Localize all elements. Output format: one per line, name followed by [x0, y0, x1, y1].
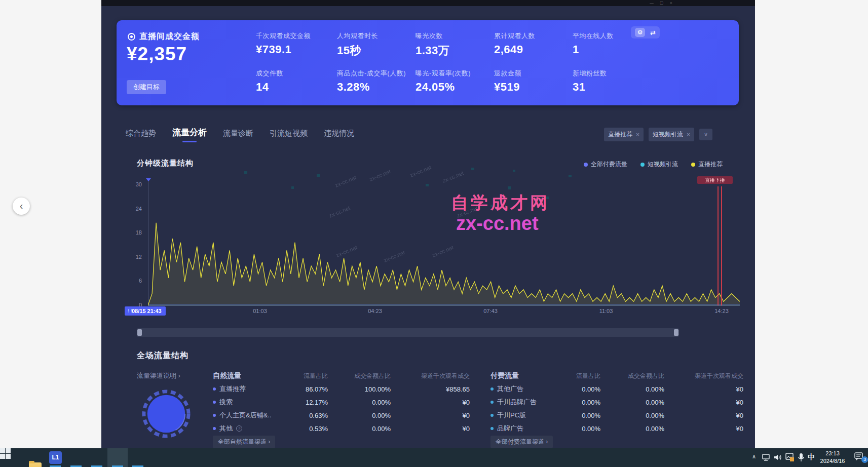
channel-help-link[interactable]: 流量渠道说明 › — [137, 371, 180, 380]
metric-cell: 千次观看成交金额 ¥739.1 — [256, 31, 336, 56]
table-row[interactable]: 千川品牌广告 0.00% 0.00% ¥0 — [490, 397, 743, 407]
close-icon[interactable]: × — [687, 131, 690, 138]
volume-icon[interactable] — [774, 453, 783, 461]
chart-range-scrollbar[interactable] — [137, 328, 679, 337]
swap-icon[interactable]: ⇄ — [650, 29, 656, 36]
watermark-text: zx-cc.net — [368, 168, 391, 182]
window-title-strip: — ▢ × — [101, 0, 755, 6]
minimize-icon[interactable]: — — [650, 1, 654, 6]
artifact-speck — [471, 168, 474, 170]
tab-traffic-diagnosis[interactable]: 流量诊断 — [223, 129, 253, 141]
file-explorer-icon[interactable] — [29, 462, 42, 467]
scrollbar-left-handle[interactable] — [137, 329, 142, 336]
legend-dot — [691, 163, 695, 167]
tab-short-video[interactable]: 引流短视频 — [270, 129, 308, 141]
chevron-up-icon[interactable]: ∧ — [752, 453, 756, 460]
watermark-site: zx-cc.net — [456, 213, 539, 235]
legend-dot — [584, 163, 588, 167]
active-app-highlight — [107, 448, 128, 467]
artifact-speck — [291, 186, 294, 189]
gmv-main-value: ¥2,357 — [127, 44, 187, 65]
x-tick: 01:03 — [253, 308, 267, 314]
tab-violations[interactable]: 违规情况 — [324, 129, 354, 141]
table-row[interactable]: 搜索 12.17% 0.00% ¥0 — [213, 397, 470, 407]
metric-cell: 新增粉丝数 31 — [573, 69, 653, 94]
scrollbar-right-handle[interactable] — [674, 329, 678, 336]
tray-clock[interactable]: 23:13 2024/8/16 — [817, 450, 848, 465]
target-icon — [128, 33, 135, 41]
x-tick: 07:43 — [483, 308, 498, 314]
metric-cell: 曝光次数 1.33万 — [416, 31, 496, 58]
active-tab-underline — [182, 141, 197, 142]
natural-table-header: 自然流量 流量占比 成交金额占比 渠道千次观看成交 — [213, 371, 470, 381]
metric-cell: 成交件数 14 — [256, 69, 336, 94]
stream-end-annotation: 直播下播 — [697, 176, 733, 184]
close-icon[interactable]: × — [636, 131, 639, 138]
maximize-icon[interactable]: ▢ — [660, 1, 664, 6]
series-dot — [490, 401, 494, 404]
legend-item-short-video[interactable]: 短视频引流 — [640, 160, 678, 169]
create-goal-button[interactable]: 创建目标 — [127, 80, 166, 94]
artifact-speck — [317, 174, 320, 177]
chart-legend: 全部付费流量 短视频引流 直播推荐 — [584, 160, 723, 169]
all-natural-channels-link[interactable]: 全部自然流量渠道 › — [213, 436, 275, 448]
metric-cell: 累计观看人数 2,649 — [494, 31, 574, 56]
kpi-summary-panel: 直播间成交金额 ¥2,357 创建目标 千次观看成交金额 ¥739.1 人均观看… — [117, 20, 739, 105]
traffic-donut-chart[interactable] — [141, 389, 191, 439]
paid-table-header: 付费流量 流量占比 成交金额占比 渠道千次观看成交 — [490, 371, 743, 381]
legend-item-live-recommend[interactable]: 直播推荐 — [691, 160, 723, 169]
watermark-brand: 自学成才网 — [451, 191, 550, 215]
artifact-speck — [244, 171, 247, 174]
annotation-marker-line — [721, 186, 722, 305]
series-dot — [490, 427, 494, 430]
all-paid-channels-link[interactable]: 全部付费流量渠道 › — [490, 436, 553, 448]
panel-tools: ⚙ ⇄ — [631, 26, 660, 38]
table-row[interactable]: 直播推荐 86.07% 100.00% ¥858.65 — [213, 384, 470, 394]
x-axis-start-label[interactable]: ⋮⋮ 08/15 21:43 — [125, 306, 166, 316]
watermark-text: zx-cc.net — [409, 164, 432, 178]
artifact-speck — [513, 170, 515, 172]
x-tick: 04:23 — [368, 308, 382, 314]
filter-tag-bar: 直播推荐 × 短视频引流 × ∨ — [604, 128, 712, 141]
help-icon[interactable]: ? — [236, 425, 242, 432]
table-row[interactable]: 品牌广告 0.00% 0.00% ¥0 — [490, 423, 743, 434]
metric-cell: 商品点击-成交率(人数) 3.28% — [337, 69, 417, 94]
filter-tag-live-recommend[interactable]: 直播推荐 × — [604, 128, 644, 141]
kpi-panel-title: 直播间成交金额 — [139, 31, 200, 42]
table-row[interactable]: 个人主页&店铺&.. 0.63% 0.00% ¥0 — [213, 410, 470, 420]
watermark-text: zx-cc.net — [441, 170, 464, 184]
chevron-down-icon: ∨ — [704, 131, 708, 137]
chevron-left-icon: ‹ — [20, 200, 23, 211]
legend-item-paid[interactable]: 全部付费流量 — [584, 160, 627, 169]
start-button[interactable] — [0, 448, 11, 459]
photos-tray-icon[interactable] — [785, 453, 795, 462]
traffic-line-series — [148, 185, 740, 306]
ime-indicator[interactable]: 中 — [808, 453, 815, 462]
tab-overall-trend[interactable]: 综合趋势 — [126, 129, 156, 141]
table-row[interactable]: 其他广告 0.00% 0.00% ¥0 — [490, 384, 743, 394]
series-dot — [490, 387, 494, 391]
filter-tag-short-video[interactable]: 短视频引流 × — [649, 128, 694, 141]
series-dot — [213, 401, 216, 404]
minute-traffic-chart[interactable] — [148, 185, 740, 306]
artifact-speck — [508, 186, 511, 189]
filter-dropdown-button[interactable]: ∨ — [699, 129, 712, 140]
table-row[interactable]: 其他? 0.53% 0.00% ¥0 — [213, 423, 470, 434]
series-dot — [490, 414, 494, 417]
section-tabs: 综合趋势 流量分析 流量诊断 引流短视频 违规情况 — [126, 127, 354, 141]
tab-traffic-analysis[interactable]: 流量分析 — [172, 127, 207, 141]
drag-grip-icon: ⋮⋮ — [127, 308, 133, 313]
series-dot — [213, 427, 216, 430]
microphone-icon[interactable] — [798, 453, 805, 462]
windows-taskbar: L1 ∧ 中 23:13 2024/8/16 3 — [0, 448, 868, 467]
network-icon[interactable] — [762, 453, 771, 461]
artifact-speck — [426, 184, 429, 186]
metric-cell: 退款金额 ¥519 — [494, 69, 574, 94]
notification-badge: 3 — [861, 456, 868, 463]
table-row[interactable]: 千川PC版 0.00% 0.00% ¥0 — [490, 410, 743, 420]
l1-app-icon[interactable]: L1 — [49, 451, 62, 464]
close-icon[interactable]: × — [670, 1, 672, 6]
carousel-prev-button[interactable]: ‹ — [13, 198, 30, 215]
x-tick: 11:03 — [599, 308, 613, 314]
gear-icon[interactable]: ⚙ — [635, 28, 645, 37]
